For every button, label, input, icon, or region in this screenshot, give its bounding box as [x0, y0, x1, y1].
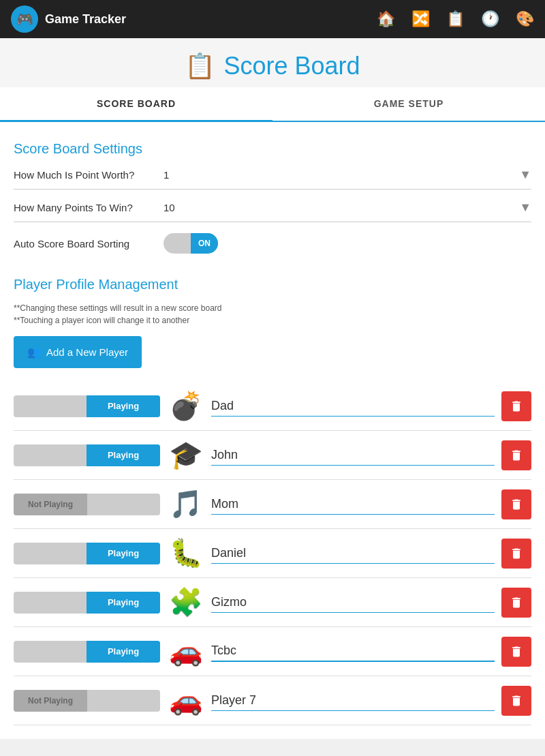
player-5-delete-button[interactable]: [501, 588, 531, 618]
player-list: Playing💣Playing🎓Not Playing🎵Playing🐛Play…: [14, 382, 531, 725]
tab-game-setup[interactable]: GAME SETUP: [272, 87, 545, 122]
player-row: Playing💣: [14, 382, 531, 431]
player-3-name-input[interactable]: [211, 494, 495, 515]
settings-section-title: Score Board Settings: [14, 141, 531, 157]
player-3-status-toggle[interactable]: Not Playing: [14, 494, 160, 515]
tab-score-board[interactable]: SCORE BOARD: [0, 87, 272, 122]
tab-bar: SCORE BOARD GAME SETUP: [0, 87, 545, 122]
point-worth-input[interactable]: [164, 169, 519, 181]
player-5-name-input[interactable]: [211, 592, 495, 613]
main-content: Score Board Settings How Much Is Point W…: [0, 122, 545, 739]
player-2-icon[interactable]: 🎓: [167, 436, 204, 474]
page-title-text: Score Board: [223, 52, 360, 80]
player-7-not-playing-label: Not Playing: [14, 690, 87, 712]
player-note-1: **Changing these settings will result in…: [14, 303, 531, 313]
player-3-icon[interactable]: 🎵: [167, 485, 204, 523]
player-6-playing-label: Playing: [87, 641, 160, 663]
copy-icon[interactable]: 📋: [446, 10, 465, 28]
player-7-delete-button[interactable]: [501, 686, 531, 716]
player-2-delete-button[interactable]: [501, 440, 531, 470]
palette-icon[interactable]: 🎨: [516, 10, 534, 28]
player-4-delete-button[interactable]: [501, 539, 531, 569]
player-4-status-toggle[interactable]: Playing: [14, 543, 160, 564]
player-3-delete-button[interactable]: [501, 489, 531, 519]
auto-sorting-label: Auto Score Board Sorting: [14, 238, 164, 250]
player-3-not-playing-label: Not Playing: [14, 494, 87, 515]
points-to-win-row: How Many Points To Win? ▼: [14, 200, 531, 222]
app-title: Game Tracker: [45, 12, 126, 27]
points-to-win-label: How Many Points To Win?: [14, 202, 164, 213]
player-note-2: **Touching a player icon will change it …: [14, 316, 531, 325]
player-2-name-input[interactable]: [211, 445, 495, 466]
page-title-area: 📋 Score Board: [0, 38, 545, 87]
player-row: Not Playing🚗: [14, 676, 531, 725]
add-player-icon: 👥: [27, 346, 41, 359]
history-icon[interactable]: 🕐: [481, 10, 499, 28]
player-4-playing-label: Playing: [87, 543, 160, 564]
player-row: Playing🚗: [14, 627, 531, 676]
app-logo: 🎮 Game Tracker: [11, 5, 126, 33]
app-header: 🎮 Game Tracker 🏠 🔀 📋 🕐 🎨: [0, 0, 545, 38]
shuffle-icon[interactable]: 🔀: [411, 10, 430, 28]
player-7-icon[interactable]: 🚗: [167, 682, 204, 719]
player-1-icon[interactable]: 💣: [167, 387, 204, 425]
player-row: Not Playing🎵: [14, 480, 531, 529]
player-6-icon[interactable]: 🚗: [167, 633, 204, 670]
point-worth-label: How Much Is Point Worth?: [14, 169, 164, 181]
player-row: Playing🎓: [14, 431, 531, 480]
player-7-status-toggle[interactable]: Not Playing: [14, 690, 160, 712]
app-logo-icon: 🎮: [11, 5, 38, 33]
player-row: Playing🐛: [14, 529, 531, 578]
add-player-button[interactable]: 👥 Add a New Player: [14, 336, 142, 368]
player-5-playing-label: Playing: [87, 592, 160, 614]
player-row: Playing🧩: [14, 578, 531, 627]
point-worth-arrow: ▼: [519, 168, 531, 182]
player-2-status-toggle[interactable]: Playing: [14, 444, 160, 466]
player-1-delete-button[interactable]: [501, 391, 531, 421]
page-title: 📋 Score Board: [0, 52, 545, 80]
points-to-win-input[interactable]: [164, 202, 519, 213]
player-section-title: Player Profile Management: [14, 277, 531, 292]
player-6-name-input[interactable]: [211, 641, 495, 662]
player-5-status-toggle[interactable]: Playing: [14, 592, 160, 614]
auto-sorting-row: Auto Score Board Sorting ON: [14, 233, 531, 260]
player-4-name-input[interactable]: [211, 543, 495, 564]
add-player-label: Add a New Player: [46, 346, 128, 358]
player-profile-section: Player Profile Management **Changing the…: [14, 277, 531, 725]
player-2-playing-label: Playing: [87, 444, 160, 466]
player-1-name-input[interactable]: [211, 396, 495, 417]
toggle-on-label: ON: [191, 233, 218, 254]
player-6-delete-button[interactable]: [501, 637, 531, 667]
home-icon[interactable]: 🏠: [377, 10, 395, 28]
scoreboard-icon: 📋: [185, 52, 215, 80]
points-to-win-arrow: ▼: [519, 200, 531, 215]
player-5-icon[interactable]: 🧩: [167, 584, 204, 621]
header-nav: 🏠 🔀 📋 🕐 🎨: [377, 10, 534, 28]
player-1-playing-label: Playing: [87, 395, 160, 417]
player-6-status-toggle[interactable]: Playing: [14, 641, 160, 663]
player-1-status-toggle[interactable]: Playing: [14, 395, 160, 417]
auto-sorting-toggle[interactable]: ON: [164, 233, 218, 254]
player-7-name-input[interactable]: [211, 691, 495, 711]
point-worth-row: How Much Is Point Worth? ▼: [14, 168, 531, 190]
player-4-icon[interactable]: 🐛: [167, 534, 204, 572]
